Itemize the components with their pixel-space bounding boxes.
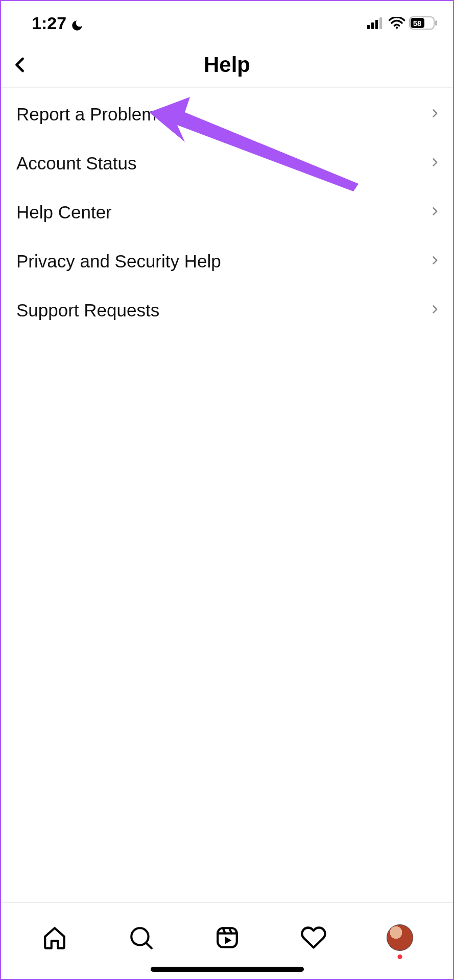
search-icon [128, 925, 154, 950]
home-indicator[interactable] [151, 967, 304, 972]
svg-rect-2 [375, 20, 378, 29]
chevron-left-icon [11, 54, 30, 76]
status-left: 1:27 [32, 13, 84, 33]
bottom-navigation [1, 902, 453, 979]
svg-marker-15 [225, 936, 231, 944]
svg-rect-1 [371, 22, 374, 29]
chevron-right-icon [429, 301, 440, 320]
page-title: Help [204, 53, 250, 77]
status-bar: 1:27 58 [1, 1, 453, 42]
svg-rect-7 [435, 20, 437, 26]
reels-icon [214, 925, 240, 950]
status-right: 58 [367, 16, 438, 30]
chevron-right-icon [429, 105, 440, 124]
help-menu-list: Report a Problem Account Status Help Cen… [1, 88, 453, 335]
nav-search-button[interactable] [126, 922, 156, 953]
do-not-disturb-moon-icon [70, 16, 84, 30]
menu-item-label: Report a Problem [16, 104, 156, 125]
menu-item-label: Privacy and Security Help [16, 251, 221, 272]
nav-reels-button[interactable] [212, 922, 243, 953]
wifi-icon [389, 17, 405, 29]
menu-item-label: Help Center [16, 202, 112, 223]
nav-home-button[interactable] [39, 922, 70, 953]
page-header: Help [1, 42, 453, 88]
home-icon [42, 925, 67, 950]
menu-item-account-status[interactable]: Account Status [1, 139, 453, 188]
svg-point-4 [396, 27, 398, 29]
nav-profile-button[interactable] [385, 922, 415, 953]
svg-rect-11 [218, 928, 237, 947]
status-time: 1:27 [32, 13, 66, 33]
svg-rect-3 [379, 17, 382, 29]
back-button[interactable] [5, 50, 36, 80]
menu-item-privacy-and-security-help[interactable]: Privacy and Security Help [1, 237, 453, 286]
nav-activity-button[interactable] [298, 922, 329, 953]
menu-item-label: Account Status [16, 153, 136, 174]
battery-icon: 58 [409, 16, 438, 30]
svg-line-10 [146, 943, 151, 948]
heart-icon [300, 924, 327, 951]
battery-percent-text: 58 [413, 19, 422, 28]
chevron-right-icon [429, 154, 440, 173]
svg-rect-0 [367, 25, 370, 29]
profile-avatar-icon [387, 924, 413, 951]
menu-item-help-center[interactable]: Help Center [1, 188, 453, 237]
menu-item-support-requests[interactable]: Support Requests [1, 286, 453, 335]
menu-item-report-a-problem[interactable]: Report a Problem [1, 90, 453, 139]
cellular-signal-icon [367, 17, 385, 29]
chevron-right-icon [429, 252, 440, 271]
chevron-right-icon [429, 203, 440, 222]
notification-dot-icon [397, 954, 402, 959]
menu-item-label: Support Requests [16, 300, 159, 321]
nav-row [1, 903, 453, 967]
